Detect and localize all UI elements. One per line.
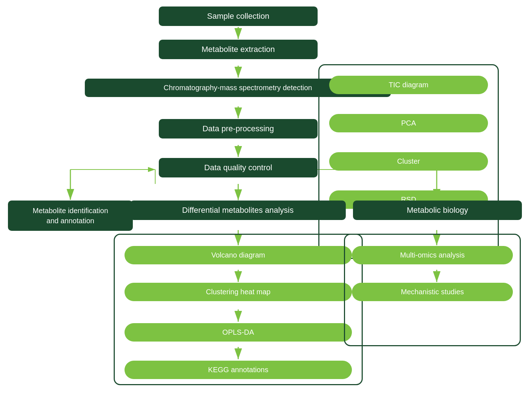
sample-collection-box: Sample collection — [159, 6, 318, 26]
opls-da-box: OPLS-DA — [125, 323, 352, 342]
data-preprocessing-box: Data pre-processing — [159, 119, 318, 138]
flowchart: Sample collection Metabolite extraction … — [0, 0, 532, 396]
multi-omics-box: Multi-omics analysis — [352, 246, 513, 264]
cluster-box: Cluster — [329, 152, 488, 171]
mechanistic-box: Mechanistic studies — [352, 283, 513, 301]
kegg-box: KEGG annotations — [125, 361, 352, 379]
data-quality-box: Data quality control — [159, 158, 318, 177]
differential-box: Differential metabolites analysis — [130, 201, 346, 220]
clustering-heatmap-box: Clustering heat map — [125, 283, 352, 301]
volcano-box: Volcano diagram — [125, 246, 352, 264]
metabolic-biology-box: Metabolic biology — [353, 201, 522, 220]
tic-diagram-box: TIC diagram — [329, 76, 488, 94]
pca-box: PCA — [329, 114, 488, 132]
metabolite-id-box: Metabolite identification and annotation — [8, 201, 133, 231]
metabolite-extraction-box: Metabolite extraction — [159, 40, 318, 59]
